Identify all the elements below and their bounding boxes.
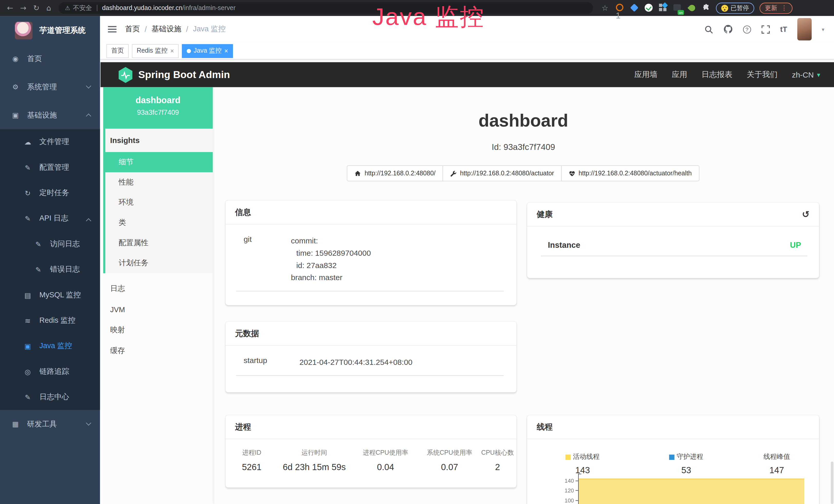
sidebar-item-file-mgmt[interactable]: ☁ 文件管理 [0, 129, 100, 155]
health-url-button[interactable]: http://192.168.0.2:48080/actuator/health [561, 165, 699, 181]
sba-nav-about[interactable]: 关于我们 [747, 70, 777, 79]
extension-grid-icon[interactable] [659, 4, 667, 12]
sba-nav-wallboard[interactable]: 应用墙 [634, 70, 657, 79]
actuator-url-button[interactable]: http://192.168.0.2:48080/actuator [443, 165, 562, 181]
tag-java-monitor[interactable]: Java 监控 × [182, 44, 233, 58]
cloud-upload-icon: ☁ [23, 138, 32, 146]
sba-brand[interactable]: Spring Boot Admin [119, 67, 230, 83]
sidebar-item-access-logs[interactable]: ✎ 访问日志 [0, 231, 100, 257]
sba-side-item-logs[interactable]: 日志 [103, 278, 213, 299]
extension-green-check-icon[interactable] [644, 4, 653, 12]
help-icon[interactable]: ? [743, 25, 751, 33]
sidebar-item-system-mgmt[interactable]: ⚙ 系统管理 [0, 73, 100, 101]
sba-side-item-config-props[interactable]: 配置属性 [105, 233, 213, 253]
close-icon[interactable]: × [224, 47, 228, 54]
sba-logo-icon [119, 67, 133, 83]
tab-paused-badge[interactable]: 已暂停 [716, 2, 754, 13]
sba-side-item-classes[interactable]: 类 [105, 212, 213, 233]
search-icon[interactable] [704, 25, 713, 33]
hamburger-icon[interactable] [108, 24, 116, 34]
sidebar-item-scheduled-jobs[interactable]: ↻ 定时任务 [0, 180, 100, 206]
active-threads-area [579, 479, 804, 504]
insights-group-label: Insights [105, 129, 213, 152]
sidebar-item-config-mgmt[interactable]: ✎ 配置管理 [0, 155, 100, 180]
y-tick-100: 100 [548, 497, 574, 503]
instance-header[interactable]: dashboard 93a3fc7f7409 [103, 87, 213, 129]
col-cpu-cores: CPU核心数 [479, 448, 516, 457]
sba-side-item-environment[interactable]: 环境 [105, 192, 213, 213]
sidebar-item-log-center[interactable]: ✎ 日志中心 [0, 384, 100, 410]
sba-locale-select[interactable]: zh-CN ▾ [792, 70, 820, 79]
font-size-icon[interactable]: tT [780, 25, 787, 33]
infrastructure-submenu: ☁ 文件管理 ✎ 配置管理 ↻ 定时任务 ✎ API 日志 ✎ 访问日志 ✎ [0, 129, 100, 410]
instance-health-row[interactable]: Instance UP [527, 226, 819, 249]
bookmark-star-icon[interactable]: ☆ [601, 4, 608, 12]
sidebar-item-mysql-monitor[interactable]: ▤ MySQL 监控 [0, 282, 100, 308]
sba-side-item-scheduled-tasks[interactable]: 计划任务 [105, 253, 213, 273]
close-icon[interactable]: × [170, 47, 174, 54]
log-icon: ✎ [34, 266, 43, 273]
annotation-java-monitor: Java 监控 [372, 1, 485, 33]
app-logo-row[interactable]: 芋道管理系统 [0, 16, 100, 45]
sba-side-item-mappings[interactable]: 映射 [103, 320, 213, 340]
fullscreen-icon[interactable] [761, 25, 770, 33]
sidebar-item-dev-tools[interactable]: ▦ 研发工具 [0, 410, 100, 438]
sidebar-item-redis-monitor[interactable]: ≋ Redis 监控 [0, 308, 100, 333]
log-icon: ✎ [34, 240, 43, 248]
sba-side-item-caches[interactable]: 缓存 [103, 340, 213, 361]
system-cpu-value: 0.07 [420, 462, 479, 472]
col-system-cpu: 系统CPU使用率 [420, 448, 479, 457]
sidebar-item-tracing[interactable]: ◎ 链路追踪 [0, 359, 100, 384]
sidebar-item-api-logs[interactable]: ✎ API 日志 [0, 206, 100, 231]
github-icon[interactable] [723, 24, 733, 34]
extension-dark-icon[interactable]: on [673, 4, 682, 12]
edit-icon: ✎ [23, 164, 32, 171]
extension-orange-icon[interactable]: 1 [616, 4, 624, 12]
timer-icon: ↻ [23, 189, 32, 197]
tag-home[interactable]: 首页 [106, 44, 129, 58]
git-label: git [243, 235, 291, 284]
threads-card: 线程 活动线程 守护进程 线程峰值 [527, 415, 819, 504]
browser-forward-icon[interactable]: → [20, 4, 26, 12]
user-avatar[interactable] [797, 18, 812, 40]
surprised-emoji-icon [721, 5, 728, 12]
col-pid: 进程ID [225, 448, 278, 457]
extension-pin-icon[interactable] [630, 4, 639, 12]
tag-redis-monitor[interactable]: Redis 监控 × [132, 44, 179, 58]
browser-home-icon[interactable]: ⌂ [46, 4, 51, 12]
page-subtitle: Id: 93a3fc7f7409 [213, 142, 834, 152]
uptime-value: 6d 23h 15m 59s [278, 462, 351, 472]
sba-side-item-details[interactable]: 细节 [105, 152, 213, 172]
sba-side-item-metrics[interactable]: 性能 [105, 172, 213, 192]
startup-value: 2021-04-27T00:44:31.254+08:00 [300, 356, 504, 368]
sidebar-item-error-logs[interactable]: ✎ 错误日志 [0, 257, 100, 282]
sidebar-item-java-monitor[interactable]: ▣ Java 监控 [0, 333, 100, 359]
breadcrumb-infrastructure[interactable]: 基础设施 [152, 24, 181, 34]
chevron-up-icon [86, 113, 91, 119]
sba-nav-journal[interactable]: 日志报表 [701, 70, 732, 79]
chevron-down-icon [86, 420, 91, 426]
sba-nav-applications[interactable]: 应用 [672, 70, 687, 79]
y-tick-120: 120 [548, 487, 574, 494]
health-history-icon[interactable]: ↺ [802, 209, 810, 220]
address-bar[interactable]: ⚠ 不安全 dashboard.yudao.iocoder.cn/infra/a… [59, 2, 593, 14]
eye-icon: ◎ [23, 368, 32, 375]
instance-name: dashboard [103, 95, 213, 105]
url-host: dashboard.yudao.iocoder.cn [102, 4, 182, 12]
page-scrollbar-thumb[interactable] [831, 461, 833, 504]
service-url-button[interactable]: http://192.168.0.2:48080/ [347, 165, 443, 181]
instance-label: Instance [548, 240, 580, 249]
extension-leaf-icon[interactable] [687, 4, 696, 12]
breadcrumb-home[interactable]: 首页 [125, 24, 140, 34]
toolbox-icon: ▦ [11, 420, 20, 428]
avatar-caret-icon[interactable]: ▾ [822, 26, 824, 32]
extensions-puzzle-icon[interactable] [702, 4, 710, 12]
browser-menu-icon[interactable]: ⋮ [781, 4, 787, 12]
sidebar-item-infrastructure[interactable]: ▣ 基础设施 [0, 101, 100, 129]
sba-side-item-jvm[interactable]: JVM [103, 299, 213, 320]
browser-reload-icon[interactable]: ↻ [33, 4, 39, 12]
browser-back-icon[interactable]: ← [7, 4, 13, 12]
sidebar-item-home[interactable]: ◉ 首页 [0, 45, 100, 73]
chrome-update-button[interactable]: 更新 ⋮ [760, 2, 792, 13]
dashboard-icon: ◉ [11, 55, 20, 63]
